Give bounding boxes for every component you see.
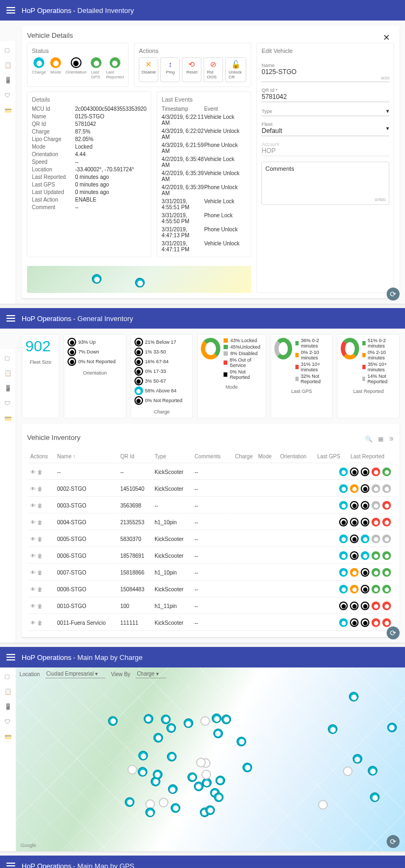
sidebar-clipboard-icon[interactable]: 📋 — [4, 688, 12, 696]
map-pin[interactable]: ⬤ — [167, 752, 177, 762]
map-pin[interactable]: ⬤ — [187, 772, 197, 782]
sidebar-map-icon[interactable]: ▢ — [4, 355, 12, 362]
status-badge: ⬤ — [350, 568, 359, 577]
menu-icon[interactable] — [6, 863, 15, 868]
action-unlock cr[interactable]: 🔓Unlock CR — [225, 57, 246, 82]
qr-field[interactable]: QR Id * 5781042 — [261, 88, 389, 102]
map-pin[interactable]: ⬤ — [201, 770, 211, 779]
map-pin[interactable]: ⬤ — [194, 782, 204, 791]
map-pin[interactable]: ⬤ — [214, 792, 224, 802]
view-icon[interactable]: 👁 — [30, 486, 36, 492]
action-disable[interactable]: ✕Disable — [139, 57, 158, 82]
delete-icon[interactable]: 🗑 — [37, 503, 43, 509]
delete-icon[interactable]: 🗑 — [37, 519, 43, 525]
action-rst oos[interactable]: ⊘Rst OOS — [204, 57, 223, 82]
columns-icon[interactable]: ▦ — [378, 436, 383, 443]
menu-icon[interactable] — [6, 315, 15, 322]
map-pin[interactable]: ⬤ — [353, 754, 362, 764]
refresh-fab[interactable]: ⟳ — [387, 288, 400, 301]
sidebar-shield-icon[interactable]: 🛡 — [4, 400, 12, 408]
menu-icon[interactable] — [6, 654, 15, 660]
delete-icon[interactable]: 🗑 — [37, 570, 43, 576]
sidebar-mobile-icon[interactable]: 📱 — [4, 77, 12, 84]
sidebar-map-icon[interactable]: ▢ — [4, 673, 12, 680]
map-pin[interactable]: ⬤ — [387, 723, 397, 732]
event-ts: 3/31/2019, 4:47:11 PM — [161, 241, 204, 252]
status-badge: ⬤ — [382, 568, 391, 577]
sidebar-card-icon[interactable]: 💳 — [4, 415, 12, 423]
detail-value: 0 minutes ago — [75, 189, 146, 195]
viewby-select[interactable]: Charge ▾ — [136, 670, 166, 678]
map-pin[interactable]: ⬤ — [205, 805, 215, 815]
view-icon[interactable]: 👁 — [30, 503, 36, 509]
table-row[interactable]: 👁 🗑 0005-STGO5830370KickScooter-- ⬤⬤⬤⬤⬤ — [28, 531, 393, 547]
minimap[interactable]: ⬤ ⬤ — [27, 266, 251, 293]
name-field[interactable]: Name 0125-STGO 9/20 — [261, 63, 389, 82]
delete-icon[interactable]: 🗑 — [37, 553, 43, 559]
sidebar-mobile-icon[interactable]: 📱 — [4, 703, 12, 711]
close-icon[interactable]: ✕ — [383, 32, 390, 43]
action-reset[interactable]: ⟲Reset — [182, 57, 201, 82]
type-select[interactable]: Type▾ — [261, 108, 389, 116]
map-pin[interactable]: ⬤ — [171, 803, 180, 813]
refresh-fab[interactable]: ⟳ — [387, 835, 400, 848]
map-pin[interactable]: ⬤ — [343, 766, 353, 776]
map-pin[interactable]: ⬤ — [213, 729, 223, 738]
map-pin[interactable]: ⬤ — [125, 797, 134, 807]
sidebar-card-icon[interactable]: 💳 — [4, 733, 12, 741]
delete-icon[interactable]: 🗑 — [37, 620, 43, 626]
map-pin[interactable]: ⬤ — [144, 714, 153, 724]
refresh-fab[interactable]: ⟳ — [387, 626, 400, 639]
map-pin[interactable]: ⬤ — [166, 723, 176, 733]
sidebar-clipboard-icon[interactable]: 📋 — [4, 62, 12, 69]
action-ping[interactable]: ↕Ping — [160, 57, 180, 82]
table-row[interactable]: 👁 🗑 0007-STGO15818866h1_10pin-- ⬤⬤⬤⬤⬤ — [28, 565, 393, 580]
table-row[interactable]: 👁 🗑 0002-STGO14510540KickScooter-- ⬤⬤⬤⬤⬤ — [28, 481, 393, 497]
delete-icon[interactable]: 🗑 — [37, 486, 43, 492]
map-charge[interactable]: Location Ciudad Empresarial ▾ View By Ch… — [16, 667, 405, 851]
map-pin[interactable]: ⬤ — [127, 765, 137, 774]
table-row[interactable]: 👁 🗑 ----KickScooter-- ⬤⬤⬤⬤⬤ — [28, 464, 393, 480]
sidebar-card-icon[interactable]: 💳 — [4, 107, 12, 115]
filter-icon[interactable]: ⚞ — [389, 436, 394, 443]
view-icon[interactable]: 👁 — [30, 519, 36, 525]
view-icon[interactable]: 👁 — [30, 620, 36, 626]
sidebar-shield-icon[interactable]: 🛡 — [4, 718, 12, 726]
map-pin[interactable]: ⬤ — [221, 715, 231, 724]
comments-field[interactable]: Comments 0/500 — [261, 162, 389, 205]
table-row[interactable]: 👁 🗑 0004-STGO21355253h1_10pin-- ⬤⬤⬤⬤⬤ — [28, 515, 393, 530]
view-icon[interactable]: 👁 — [30, 553, 36, 559]
table-row[interactable]: 👁 🗑 0003-STGO3563698---- ⬤⬤⬤⬤⬤ — [28, 498, 393, 513]
map-pin[interactable]: ⬤ — [215, 776, 225, 785]
delete-icon[interactable]: 🗑 — [37, 536, 43, 542]
table-row[interactable]: 👁 🗑 0006-STGO18578691KickScooter-- ⬤⬤⬤⬤⬤ — [28, 548, 393, 564]
location-select[interactable]: Ciudad Empresarial ▾ — [45, 670, 106, 678]
fleet-select[interactable]: Fleet Default▾ — [261, 122, 389, 136]
sidebar-shield-icon[interactable]: 🛡 — [4, 92, 12, 99]
table-row[interactable]: 👁 🗑 0011-Fuera Servicio111111KickScooter… — [28, 615, 393, 631]
table-row[interactable]: 👁 🗑 0010-STGO100h1_11pin-- ⬤⬤⬤⬤⬤ — [28, 598, 393, 614]
page-subtitle: - Detailed Inventory — [73, 6, 134, 15]
view-icon[interactable]: 👁 — [30, 536, 36, 542]
map-pin[interactable]: ⬤ — [242, 763, 252, 772]
view-icon[interactable]: 👁 — [30, 570, 36, 576]
map-pin[interactable]: ⬤ — [153, 770, 163, 779]
search-icon[interactable]: 🔍 — [365, 436, 373, 443]
view-icon[interactable]: 👁 — [30, 469, 36, 475]
view-icon[interactable]: 👁 — [30, 603, 36, 609]
map-pin[interactable]: ⬤ — [168, 784, 178, 794]
delete-icon[interactable]: 🗑 — [37, 586, 43, 592]
view-icon[interactable]: 👁 — [30, 586, 36, 592]
table-row[interactable]: 👁 🗑 0008-STGO15084483KickScooter-- ⬤⬤⬤⬤⬤ — [28, 582, 393, 597]
detail-value: 5781042 — [75, 121, 146, 127]
map-pin[interactable]: ⬤ — [161, 715, 171, 724]
sidebar-clipboard-icon[interactable]: 📋 — [4, 370, 12, 377]
sidebar-mobile-icon[interactable]: 📱 — [4, 385, 12, 392]
delete-icon[interactable]: 🗑 — [37, 469, 43, 475]
map-pin[interactable]: ⬤ — [159, 798, 168, 807]
map-pin[interactable]: ⬤ — [196, 758, 206, 767]
edit-title: Edit Vehicle — [261, 48, 389, 54]
sidebar-map-icon[interactable]: ▢ — [4, 46, 12, 54]
delete-icon[interactable]: 🗑 — [37, 603, 43, 609]
menu-icon[interactable] — [6, 7, 15, 14]
